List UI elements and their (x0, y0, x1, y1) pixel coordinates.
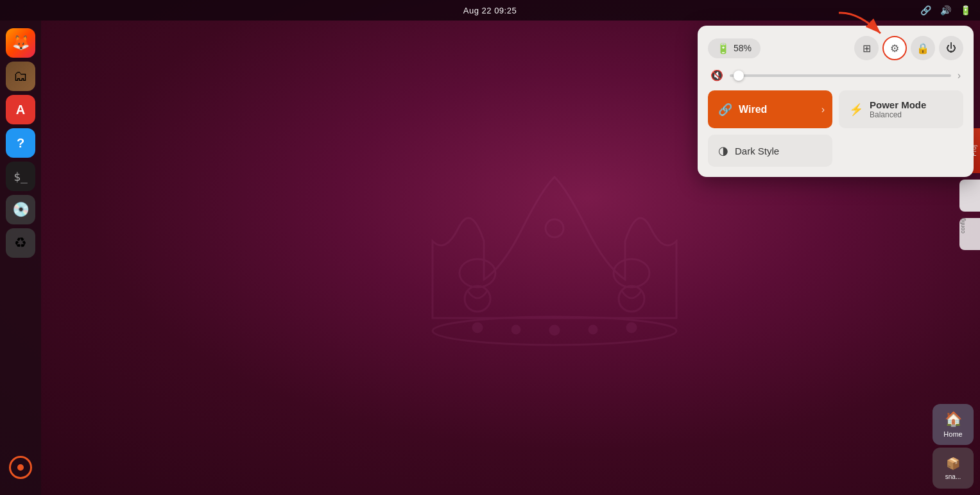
dark-style-tile[interactable]: ◑ Dark Style (708, 135, 832, 167)
partial-config-app[interactable] (959, 180, 980, 212)
partial-snap-label: config (959, 218, 971, 236)
volume-mute-icon: 🔇 (710, 69, 723, 81)
screenshot-icon: ⊞ (863, 42, 871, 55)
dark-style-label: Dark Style (735, 146, 779, 156)
system-popup: 🔋 58% ⊞ ⚙ (698, 26, 974, 177)
lock-button[interactable]: 🔒 (911, 36, 935, 60)
volume-row: 🔇 › (708, 69, 963, 81)
dock-item-appstore[interactable]: A (6, 95, 35, 124)
dvd-icon: 💿 (12, 201, 30, 218)
network-tray-icon[interactable]: 🔗 (918, 4, 934, 17)
wired-label: Wired (739, 104, 767, 115)
battery-icon: 🔋 (717, 42, 730, 55)
topbar: Aug 22 09:25 🔗 🔊 🔋 (0, 0, 980, 21)
snap-icon: 📦 (946, 457, 960, 471)
battery-level: 58% (734, 43, 752, 53)
dock-item-dvd[interactable]: 💿 (6, 195, 35, 224)
power-mode-sublabel: Balanced (870, 110, 926, 119)
snap-label: sna... (945, 473, 961, 480)
svg-point-10 (627, 323, 636, 332)
partial-snap-app[interactable]: config (959, 218, 980, 250)
bottom-dock: 🏠 Home 📦 sna... (933, 404, 974, 489)
settings-button[interactable]: ⚙ (882, 36, 907, 60)
dock-item-trash[interactable]: ♻ (6, 228, 35, 258)
volume-tray-icon[interactable]: 🔊 (938, 4, 954, 17)
dock-item-firefox[interactable]: 🦊 (6, 28, 35, 58)
battery-badge[interactable]: 🔋 58% (708, 38, 761, 58)
power-icon: ⏻ (946, 42, 956, 54)
svg-point-9 (589, 326, 597, 333)
wired-icon: 🔗 (718, 103, 732, 117)
home-icon: 🏠 (945, 411, 962, 428)
help-icon: ? (17, 136, 24, 151)
svg-point-7 (512, 326, 520, 333)
power-button[interactable]: ⏻ (939, 36, 963, 60)
wired-tile[interactable]: 🔗 Wired › (708, 90, 832, 128)
desktop: Aug 22 09:25 🔗 🔊 🔋 🦊 🗂 A ? $_ 💿 ♻ (0, 0, 980, 495)
screenshot-button[interactable]: ⊞ (854, 36, 879, 60)
power-mode-tile[interactable]: ⚡ Power Mode Balanced (839, 90, 963, 128)
clock: Aug 22 09:25 (463, 6, 517, 15)
dock-item-help[interactable]: ? (6, 128, 35, 158)
popup-top-row: 🔋 58% ⊞ ⚙ (708, 36, 963, 60)
volume-expand-arrow[interactable]: › (958, 70, 961, 81)
volume-handle (734, 71, 744, 81)
volume-slider[interactable] (730, 74, 951, 77)
trash-icon: ♻ (14, 235, 27, 251)
terminal-icon: $_ (13, 170, 28, 183)
wired-chevron-icon: › (821, 104, 825, 115)
dock: 🦊 🗂 A ? $_ 💿 ♻ (0, 21, 41, 495)
firefox-icon: 🦊 (12, 35, 30, 51)
ubuntu-logo (9, 456, 32, 479)
settings-icon: ⚙ (890, 42, 899, 55)
home-label: Home (943, 430, 962, 438)
topbar-right: 🔗 🔊 🔋 (918, 4, 974, 17)
svg-point-3 (614, 259, 649, 287)
lock-icon: 🔒 (916, 42, 929, 55)
dock-item-files[interactable]: 🗂 (6, 62, 35, 91)
bottom-snap-app[interactable]: 📦 sna... (933, 448, 974, 489)
quick-tiles: 🔗 Wired › ⚡ Power Mode Balanced (708, 90, 963, 128)
crown-watermark (394, 126, 715, 369)
dock-item-terminal[interactable]: $_ (6, 162, 35, 191)
svg-point-6 (473, 323, 482, 332)
svg-point-1 (460, 259, 495, 287)
dark-style-icon: ◑ (718, 144, 728, 158)
files-icon: 🗂 (13, 68, 28, 85)
power-mode-label: Power Mode (870, 99, 926, 110)
appstore-icon: A (16, 103, 25, 117)
battery-tray-icon[interactable]: 🔋 (958, 4, 974, 17)
popup-action-icons: ⊞ ⚙ 🔒 (854, 36, 963, 60)
svg-point-5 (546, 219, 563, 237)
dock-item-ubuntu[interactable] (6, 453, 35, 482)
bottom-home-app[interactable]: 🏠 Home (933, 404, 974, 445)
power-mode-icon: ⚡ (849, 103, 863, 117)
svg-point-8 (550, 326, 559, 335)
power-mode-text: Power Mode Balanced (870, 99, 926, 119)
